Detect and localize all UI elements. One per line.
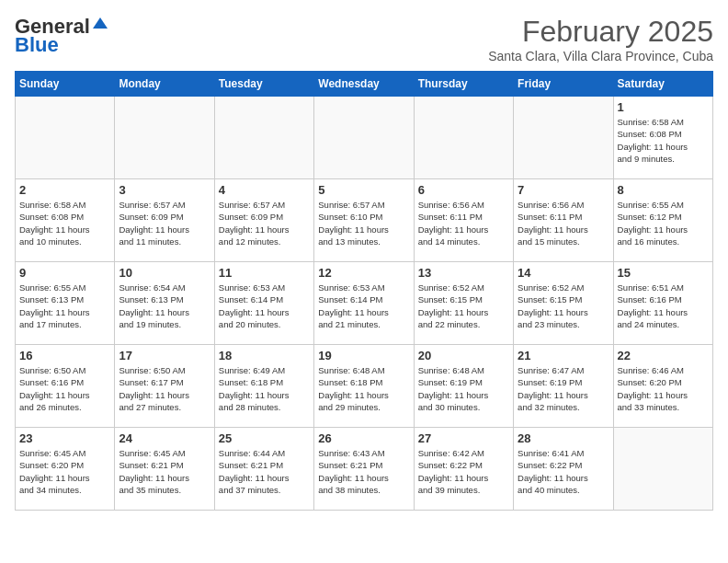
day-info: Sunrise: 6:53 AM Sunset: 6:14 PM Dayligh… (219, 282, 310, 330)
calendar-cell (214, 97, 313, 179)
calendar-cell: 15Sunrise: 6:51 AM Sunset: 6:16 PM Dayli… (613, 262, 712, 345)
calendar-cell: 1Sunrise: 6:58 AM Sunset: 6:08 PM Daylig… (613, 97, 712, 179)
week-row-5: 23Sunrise: 6:45 AM Sunset: 6:20 PM Dayli… (16, 428, 713, 511)
day-info: Sunrise: 6:45 AM Sunset: 6:20 PM Dayligh… (19, 447, 110, 496)
calendar-cell: 20Sunrise: 6:48 AM Sunset: 6:19 PM Dayli… (414, 345, 513, 428)
day-info: Sunrise: 6:57 AM Sunset: 6:10 PM Dayligh… (318, 199, 409, 247)
day-info: Sunrise: 6:49 AM Sunset: 6:18 PM Dayligh… (219, 364, 310, 413)
day-number: 24 (119, 431, 210, 445)
day-number: 22 (618, 349, 709, 362)
calendar-cell: 5Sunrise: 6:57 AM Sunset: 6:10 PM Daylig… (314, 179, 414, 262)
day-info: Sunrise: 6:48 AM Sunset: 6:18 PM Dayligh… (318, 364, 409, 413)
day-info: Sunrise: 6:46 AM Sunset: 6:20 PM Dayligh… (618, 364, 709, 413)
calendar-cell (414, 97, 513, 179)
day-number: 2 (19, 183, 110, 197)
calendar-cell: 11Sunrise: 6:53 AM Sunset: 6:14 PM Dayli… (214, 262, 313, 345)
calendar-cell: 8Sunrise: 6:55 AM Sunset: 6:12 PM Daylig… (613, 179, 712, 262)
day-info: Sunrise: 6:44 AM Sunset: 6:21 PM Dayligh… (219, 447, 310, 496)
day-number: 17 (119, 349, 210, 362)
day-number: 19 (318, 349, 409, 362)
calendar-cell: 24Sunrise: 6:45 AM Sunset: 6:21 PM Dayli… (115, 428, 214, 511)
day-number: 20 (418, 349, 509, 362)
day-info: Sunrise: 6:42 AM Sunset: 6:22 PM Dayligh… (418, 447, 509, 496)
day-number: 18 (219, 349, 310, 362)
day-info: Sunrise: 6:58 AM Sunset: 6:08 PM Dayligh… (19, 199, 110, 247)
day-number: 6 (418, 183, 509, 197)
weekday-header-wednesday: Wednesday (314, 72, 414, 97)
svg-marker-0 (93, 17, 108, 29)
day-info: Sunrise: 6:50 AM Sunset: 6:17 PM Dayligh… (119, 364, 210, 413)
location-text: Santa Clara, Villa Clara Province, Cuba (488, 49, 713, 63)
day-number: 14 (518, 266, 609, 280)
calendar-table: SundayMondayTuesdayWednesdayThursdayFrid… (15, 71, 713, 511)
calendar-cell: 26Sunrise: 6:43 AM Sunset: 6:21 PM Dayli… (314, 428, 414, 511)
calendar-cell (613, 428, 712, 511)
calendar-cell: 4Sunrise: 6:57 AM Sunset: 6:09 PM Daylig… (214, 179, 313, 262)
day-number: 4 (219, 183, 310, 197)
week-row-4: 16Sunrise: 6:50 AM Sunset: 6:16 PM Dayli… (16, 345, 713, 428)
weekday-header-monday: Monday (115, 72, 214, 97)
weekday-header-sunday: Sunday (16, 72, 115, 97)
calendar-cell (115, 97, 214, 179)
weekday-header-saturday: Saturday (613, 72, 712, 97)
day-number: 5 (318, 183, 409, 197)
logo-blue-text: Blue (15, 33, 59, 57)
calendar-cell: 3Sunrise: 6:57 AM Sunset: 6:09 PM Daylig… (115, 179, 214, 262)
day-info: Sunrise: 6:58 AM Sunset: 6:08 PM Dayligh… (618, 116, 709, 165)
week-row-3: 9Sunrise: 6:55 AM Sunset: 6:13 PM Daylig… (16, 262, 713, 345)
day-number: 10 (119, 266, 210, 280)
calendar-cell: 10Sunrise: 6:54 AM Sunset: 6:13 PM Dayli… (115, 262, 214, 345)
calendar-cell: 9Sunrise: 6:55 AM Sunset: 6:13 PM Daylig… (16, 262, 115, 345)
weekday-header-thursday: Thursday (414, 72, 513, 97)
calendar-cell: 12Sunrise: 6:53 AM Sunset: 6:14 PM Dayli… (314, 262, 414, 345)
day-info: Sunrise: 6:57 AM Sunset: 6:09 PM Dayligh… (119, 199, 210, 247)
day-info: Sunrise: 6:52 AM Sunset: 6:15 PM Dayligh… (518, 282, 609, 330)
day-number: 7 (518, 183, 609, 197)
day-info: Sunrise: 6:43 AM Sunset: 6:21 PM Dayligh… (318, 447, 409, 496)
weekday-header-row: SundayMondayTuesdayWednesdayThursdayFrid… (16, 72, 713, 97)
logo: General Blue (15, 15, 109, 57)
day-info: Sunrise: 6:54 AM Sunset: 6:13 PM Dayligh… (119, 282, 210, 330)
calendar-cell: 19Sunrise: 6:48 AM Sunset: 6:18 PM Dayli… (314, 345, 414, 428)
day-info: Sunrise: 6:56 AM Sunset: 6:11 PM Dayligh… (518, 199, 609, 247)
month-title: February 2025 (488, 15, 713, 49)
calendar-cell: 22Sunrise: 6:46 AM Sunset: 6:20 PM Dayli… (613, 345, 712, 428)
day-number: 27 (418, 431, 509, 445)
day-number: 1 (618, 100, 709, 114)
calendar-cell: 7Sunrise: 6:56 AM Sunset: 6:11 PM Daylig… (514, 179, 613, 262)
page-header: General Blue February 2025 Santa Clara, … (15, 15, 713, 63)
calendar-cell: 18Sunrise: 6:49 AM Sunset: 6:18 PM Dayli… (214, 345, 313, 428)
calendar-cell: 16Sunrise: 6:50 AM Sunset: 6:16 PM Dayli… (16, 345, 115, 428)
day-info: Sunrise: 6:53 AM Sunset: 6:14 PM Dayligh… (318, 282, 409, 330)
day-number: 21 (518, 349, 609, 362)
day-number: 9 (19, 266, 110, 280)
day-info: Sunrise: 6:51 AM Sunset: 6:16 PM Dayligh… (618, 282, 709, 330)
day-info: Sunrise: 6:52 AM Sunset: 6:15 PM Dayligh… (418, 282, 509, 330)
week-row-2: 2Sunrise: 6:58 AM Sunset: 6:08 PM Daylig… (16, 179, 713, 262)
day-info: Sunrise: 6:57 AM Sunset: 6:09 PM Dayligh… (219, 199, 310, 247)
calendar-cell (514, 97, 613, 179)
logo-icon (91, 16, 109, 34)
day-number: 16 (19, 349, 110, 362)
day-info: Sunrise: 6:48 AM Sunset: 6:19 PM Dayligh… (418, 364, 509, 413)
calendar-cell: 13Sunrise: 6:52 AM Sunset: 6:15 PM Dayli… (414, 262, 513, 345)
day-info: Sunrise: 6:55 AM Sunset: 6:12 PM Dayligh… (618, 199, 709, 247)
weekday-header-friday: Friday (514, 72, 613, 97)
day-info: Sunrise: 6:56 AM Sunset: 6:11 PM Dayligh… (418, 199, 509, 247)
day-number: 11 (219, 266, 310, 280)
day-info: Sunrise: 6:47 AM Sunset: 6:19 PM Dayligh… (518, 364, 609, 413)
day-number: 12 (318, 266, 409, 280)
calendar-cell: 27Sunrise: 6:42 AM Sunset: 6:22 PM Dayli… (414, 428, 513, 511)
week-row-1: 1Sunrise: 6:58 AM Sunset: 6:08 PM Daylig… (16, 97, 713, 179)
day-info: Sunrise: 6:55 AM Sunset: 6:13 PM Dayligh… (19, 282, 110, 330)
calendar-cell: 21Sunrise: 6:47 AM Sunset: 6:19 PM Dayli… (514, 345, 613, 428)
calendar-cell: 6Sunrise: 6:56 AM Sunset: 6:11 PM Daylig… (414, 179, 513, 262)
day-number: 25 (219, 431, 310, 445)
day-number: 28 (518, 431, 609, 445)
day-info: Sunrise: 6:50 AM Sunset: 6:16 PM Dayligh… (19, 364, 110, 413)
day-number: 23 (19, 431, 110, 445)
day-info: Sunrise: 6:45 AM Sunset: 6:21 PM Dayligh… (119, 447, 210, 496)
day-number: 26 (318, 431, 409, 445)
calendar-cell: 23Sunrise: 6:45 AM Sunset: 6:20 PM Dayli… (16, 428, 115, 511)
calendar-cell (16, 97, 115, 179)
